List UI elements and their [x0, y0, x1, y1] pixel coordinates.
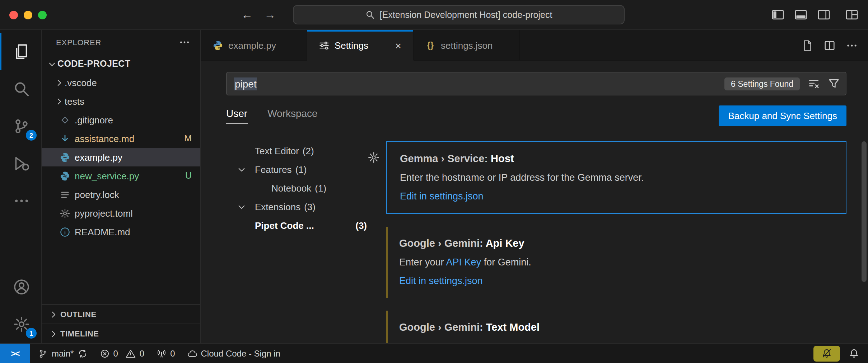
timeline-section[interactable]: TIMELINE: [42, 324, 200, 343]
activity-accounts[interactable]: [0, 268, 41, 306]
editor-group: example.py Settings × {} settings.json: [201, 30, 868, 343]
close-tab-icon[interactable]: ×: [395, 40, 401, 51]
vscode-window: ← → [Extension Development Host] code-pr…: [0, 0, 868, 363]
activity-bar: 2 1: [0, 30, 42, 343]
setting-google-gemini-api-key[interactable]: Google › Gemini: Api Key Enter your API …: [386, 227, 846, 298]
git-untracked-badge: U: [185, 171, 200, 181]
setting-gear-icon[interactable]: [368, 151, 380, 164]
tab-settings[interactable]: Settings ×: [307, 30, 414, 60]
tree-item-vscode[interactable]: .vscode: [42, 73, 200, 92]
lock-file-icon: [59, 189, 70, 200]
notifications-bell[interactable]: [849, 348, 859, 359]
settings-sliders-icon: [319, 40, 330, 51]
settings-scope-row: User Workspace Backup and Sync Settings: [226, 105, 846, 126]
search-icon: [13, 80, 30, 98]
api-key-link[interactable]: API Key: [446, 257, 481, 268]
explorer-title: EXPLORER: [56, 38, 179, 47]
setting-google-gemini-text-model[interactable]: Google › Gemini: Text Model: [386, 311, 846, 343]
chevron-down-icon: [235, 165, 247, 174]
search-icon: [365, 10, 375, 19]
info-icon: [59, 226, 70, 237]
radio-tower-icon: [157, 348, 167, 358]
cloud-icon: [187, 348, 197, 358]
toc-text-editor[interactable]: Text Editor (2): [226, 141, 370, 160]
edit-in-settings-json-link[interactable]: Edit in settings.json: [400, 191, 484, 202]
explorer-actions-icon[interactable]: [179, 37, 190, 48]
editor-actions: [801, 30, 868, 60]
toggle-secondary-sidebar-icon[interactable]: [817, 8, 831, 22]
chevron-down-icon: [235, 202, 247, 211]
extension-alert-badge[interactable]: [813, 345, 840, 361]
setting-title: Gemma › Service: Host: [400, 153, 833, 164]
tree-item-example-py[interactable]: example.py: [42, 148, 200, 166]
setting-title: Google › Gemini: Text Model: [399, 321, 834, 333]
cloud-code-status[interactable]: Cloud Code - Sign in: [187, 348, 280, 358]
toc-extensions[interactable]: Extensions (3): [226, 197, 370, 216]
tree-item-readme-md[interactable]: README.md: [42, 222, 200, 241]
tree-item-gitignore[interactable]: .gitignore: [42, 110, 200, 129]
chevron-right-icon: [53, 78, 65, 87]
forward-icon[interactable]: →: [264, 8, 276, 21]
bell-icon: [849, 348, 859, 359]
toggle-primary-sidebar-icon[interactable]: [771, 8, 785, 22]
settings-scrollbar[interactable]: [862, 141, 867, 282]
setting-title: Google › Gemini: Api Key: [399, 237, 834, 249]
settings-content: Text Editor (2) Features (1) Notebook (1…: [226, 141, 846, 343]
back-icon[interactable]: ←: [241, 8, 253, 21]
command-center[interactable]: [Extension Development Host] code-projec…: [293, 5, 625, 24]
toc-features[interactable]: Features (1): [226, 160, 370, 179]
markdown-file-icon: [59, 133, 70, 144]
activity-source-control[interactable]: 2: [0, 108, 41, 145]
bell-slash-icon: [821, 348, 832, 359]
clear-filters-icon[interactable]: [808, 77, 820, 90]
minimize-window-button[interactable]: [24, 10, 32, 19]
edit-in-settings-json-link[interactable]: Edit in settings.json: [399, 275, 483, 286]
tab-example-py[interactable]: example.py: [201, 30, 307, 60]
close-window-button[interactable]: [9, 10, 18, 19]
tree-root-label: CODE-PROJECT: [57, 59, 130, 69]
customize-layout-icon[interactable]: [845, 8, 859, 22]
remote-indicator[interactable]: ><: [0, 344, 30, 363]
chevron-right-icon: [47, 310, 59, 319]
more-actions-icon[interactable]: [846, 39, 858, 51]
split-editor-icon[interactable]: [823, 39, 836, 51]
zoom-window-button[interactable]: [38, 10, 47, 19]
settings-results-badge: 6 Settings Found: [724, 77, 800, 90]
tree-item-poetry-lock[interactable]: poetry.lock: [42, 185, 200, 204]
branch-status[interactable]: main*: [38, 348, 87, 358]
chevron-down-icon: [46, 59, 57, 69]
python-file-icon: [59, 151, 70, 163]
activity-explorer[interactable]: [0, 33, 41, 70]
tree-item-pyproject-toml[interactable]: pyproject.toml: [42, 204, 200, 222]
backup-sync-button[interactable]: Backup and Sync Settings: [719, 105, 846, 126]
scope-tab-workspace[interactable]: Workspace: [267, 108, 318, 124]
tree-item-assistance-md[interactable]: assistance.md M: [42, 129, 200, 148]
activity-search[interactable]: [0, 70, 41, 108]
scope-tab-user[interactable]: User: [226, 108, 247, 124]
filter-icon[interactable]: [828, 77, 840, 90]
toc-pipet-code[interactable]: Pipet Code ... (3): [226, 216, 370, 235]
setting-description: Enter your API Key for Gemini.: [399, 257, 834, 268]
toc-notebook[interactable]: Notebook (1): [226, 179, 370, 197]
open-settings-json-icon[interactable]: [801, 39, 813, 51]
warning-icon: [126, 348, 136, 358]
outline-section[interactable]: OUTLINE: [42, 304, 200, 324]
setting-gemma-service-host[interactable]: Gemma › Service: Host Enter the hostname…: [386, 141, 846, 214]
settings-search-input[interactable]: pipet 6 Settings Found: [226, 72, 846, 95]
toggle-panel-icon[interactable]: [794, 8, 808, 22]
tree-item-new-service-py[interactable]: new_service.py U: [42, 166, 200, 185]
titlebar: ← → [Extension Development Host] code-pr…: [0, 0, 868, 30]
setting-description: Enter the hostname or IP address for the…: [400, 172, 833, 183]
problems-status[interactable]: 0 0: [99, 348, 144, 358]
ports-status[interactable]: 0: [157, 348, 175, 358]
remote-icon: ><: [11, 349, 19, 358]
tab-settings-json[interactable]: {} settings.json: [414, 30, 520, 60]
activity-run-debug[interactable]: [0, 145, 41, 182]
tree-item-tests[interactable]: tests: [42, 92, 200, 110]
tree-root-code-project[interactable]: CODE-PROJECT: [42, 55, 200, 73]
activity-more[interactable]: [0, 182, 41, 220]
search-controls: [808, 77, 840, 90]
status-left: main* 0 0 0 Cloud Code - Sign in: [30, 344, 280, 363]
run-debug-icon: [13, 155, 30, 172]
activity-settings[interactable]: 1: [0, 306, 41, 343]
